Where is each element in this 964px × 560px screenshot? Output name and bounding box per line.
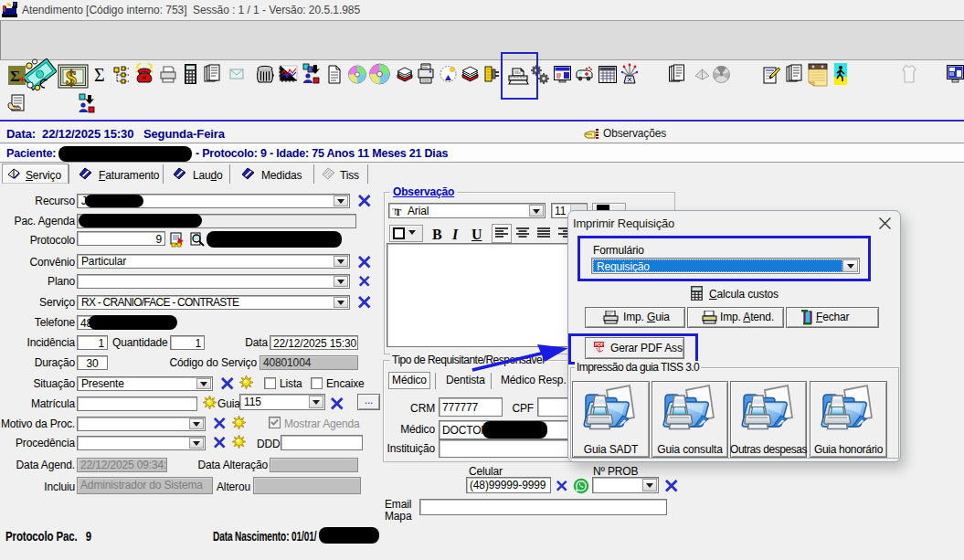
svg-text:PDF: PDF <box>595 342 604 347</box>
svg-text:$: $ <box>66 66 77 90</box>
svg-text:Σ: Σ <box>10 68 20 85</box>
svg-text:T: T <box>395 206 402 217</box>
svg-text:Σ: Σ <box>94 65 105 84</box>
